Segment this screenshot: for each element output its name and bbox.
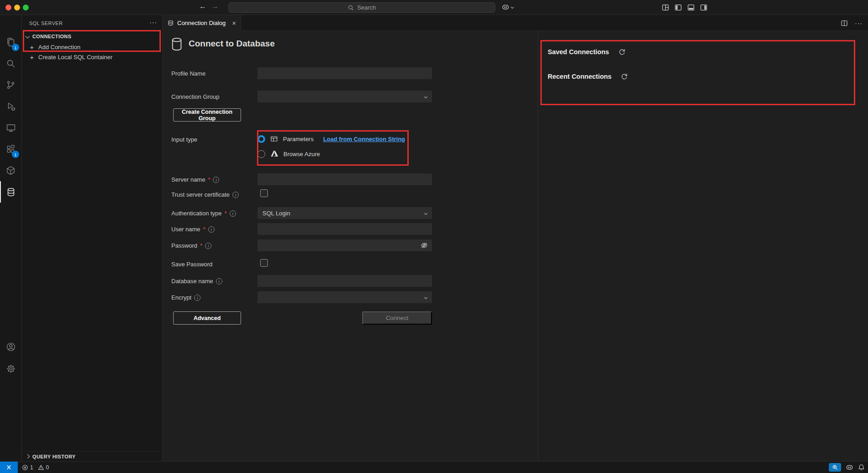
run-debug-icon[interactable]	[0, 96, 21, 117]
explorer-icon[interactable]: 1	[0, 31, 21, 53]
refresh-icon	[618, 48, 626, 56]
editor-more-actions-icon[interactable]: ···	[855, 20, 863, 27]
customize-layout-icon[interactable]	[662, 4, 669, 11]
authentication-type-value: SQL Login	[262, 210, 290, 217]
saved-connections-label: Saved Connections	[548, 48, 609, 56]
window-close-button[interactable]	[5, 5, 11, 10]
browse-azure-radio[interactable]	[257, 150, 265, 158]
copilot-menu[interactable]	[502, 3, 514, 11]
add-connection-item[interactable]: + Add Connection	[22, 42, 162, 52]
connection-group-label: Connection Group	[171, 93, 220, 101]
navigate-forward-icon[interactable]: →	[211, 2, 219, 10]
required-asterisk: *	[208, 176, 210, 183]
notifications-bell-icon[interactable]	[858, 464, 865, 471]
toggle-panel-icon[interactable]	[687, 4, 695, 11]
load-from-connection-string-link[interactable]: Load from Connection String	[323, 136, 405, 142]
encrypt-label: Encrypt i	[171, 294, 200, 301]
chevron-down-icon	[424, 95, 427, 98]
connection-dialog-webview: Connect to Database Profile Name Connect…	[163, 31, 868, 461]
input-type-browse-azure-row: Browse Azure	[257, 150, 320, 158]
copilot-status-icon[interactable]	[846, 463, 853, 471]
activity-bar: 1 1	[0, 15, 22, 461]
info-icon[interactable]: i	[213, 177, 219, 183]
toggle-secondary-sidebar-icon[interactable]	[700, 4, 708, 11]
split-editor-icon[interactable]	[841, 20, 848, 27]
chevron-down-icon	[26, 34, 30, 39]
chevron-down-icon	[424, 295, 427, 299]
containers-icon[interactable]	[0, 160, 21, 181]
editor-area: Connection Dialog × ··· Connect to Datab…	[163, 15, 868, 461]
server-name-input[interactable]	[257, 173, 432, 185]
status-bar: 1 0	[0, 461, 868, 473]
zoom-status-button[interactable]	[829, 463, 841, 472]
parameters-table-icon	[270, 135, 278, 142]
sql-server-view-icon[interactable]	[0, 181, 21, 203]
connection-group-select[interactable]	[257, 91, 432, 102]
accounts-icon[interactable]	[0, 336, 21, 357]
info-icon[interactable]: i	[205, 243, 211, 249]
password-reveal-toggle[interactable]	[421, 242, 428, 249]
authentication-type-select[interactable]: SQL Login	[257, 207, 432, 219]
window-zoom-button[interactable]	[23, 5, 29, 10]
search-view-icon[interactable]	[0, 53, 21, 74]
required-asterisk: *	[225, 210, 227, 217]
tab-label: Connection Dialog	[177, 20, 226, 26]
window-minimize-button[interactable]	[14, 5, 20, 10]
eye-off-icon	[421, 242, 428, 249]
info-icon[interactable]: i	[216, 278, 222, 285]
advanced-button[interactable]: Advanced	[173, 311, 241, 325]
save-password-checkbox[interactable]	[260, 259, 268, 267]
create-connection-group-button[interactable]: Create Connection Group	[173, 108, 241, 122]
sidebar-header: SQL SERVER ···	[22, 15, 162, 31]
extensions-icon[interactable]: 1	[0, 138, 21, 160]
info-icon[interactable]: i	[232, 192, 239, 198]
layout-controls	[662, 4, 708, 11]
settings-gear-icon[interactable]	[0, 358, 21, 379]
query-history-section-header[interactable]: QUERY HISTORY	[22, 451, 162, 461]
source-control-icon[interactable]	[0, 74, 21, 96]
connect-button[interactable]: Connect	[362, 311, 432, 325]
search-icon	[348, 5, 354, 11]
database-icon	[170, 37, 183, 51]
database-name-input[interactable]	[257, 275, 432, 287]
tab-connection-dialog[interactable]: Connection Dialog ×	[163, 15, 241, 31]
saved-connections-refresh-button[interactable]	[618, 48, 626, 56]
authentication-type-label: Authentication type * i	[171, 209, 236, 217]
error-count: 1	[30, 464, 33, 471]
connections-section-header[interactable]: CONNECTIONS	[22, 31, 162, 41]
info-icon[interactable]: i	[208, 226, 215, 233]
info-icon[interactable]: i	[194, 295, 200, 301]
error-icon	[22, 464, 28, 471]
tab-close-icon[interactable]: ×	[232, 19, 236, 27]
problems-indicator[interactable]: 1 0	[22, 464, 49, 471]
save-password-label: Save Password	[171, 260, 212, 268]
trust-certificate-checkbox[interactable]	[260, 189, 268, 197]
profile-name-input[interactable]	[257, 67, 432, 79]
sidebar-more-actions-icon[interactable]: ···	[149, 19, 157, 26]
title-bar: ← → Search	[0, 0, 868, 15]
plus-icon: +	[29, 53, 35, 61]
password-label: Password * i	[171, 242, 211, 249]
command-center-search[interactable]: Search	[228, 2, 495, 13]
recent-connections-refresh-button[interactable]	[621, 73, 628, 80]
webview-divider	[538, 31, 538, 461]
navigate-back-icon[interactable]: ←	[199, 2, 206, 10]
connection-dialog-tab-icon	[167, 20, 174, 26]
remote-explorer-icon[interactable]	[0, 117, 21, 138]
toggle-primary-sidebar-icon[interactable]	[674, 4, 682, 11]
status-bar-right	[829, 463, 865, 472]
user-name-label: User name * i	[171, 225, 215, 233]
parameters-radio[interactable]	[257, 135, 265, 143]
remote-indicator[interactable]	[0, 462, 18, 473]
password-input[interactable]	[257, 239, 432, 251]
encrypt-select[interactable]	[257, 291, 432, 303]
info-icon[interactable]: i	[230, 210, 236, 217]
refresh-icon	[621, 73, 628, 80]
warning-count: 0	[46, 464, 49, 471]
database-name-label: Database name i	[171, 277, 222, 285]
create-local-sql-container-item[interactable]: + Create Local SQL Container	[22, 52, 162, 62]
sidebar-sql-server: SQL SERVER ··· CONNECTIONS + Add Connect…	[22, 15, 163, 461]
input-type-label: Input type	[171, 136, 197, 143]
recent-connections-label: Recent Connections	[548, 73, 611, 80]
user-name-input[interactable]	[257, 223, 432, 235]
